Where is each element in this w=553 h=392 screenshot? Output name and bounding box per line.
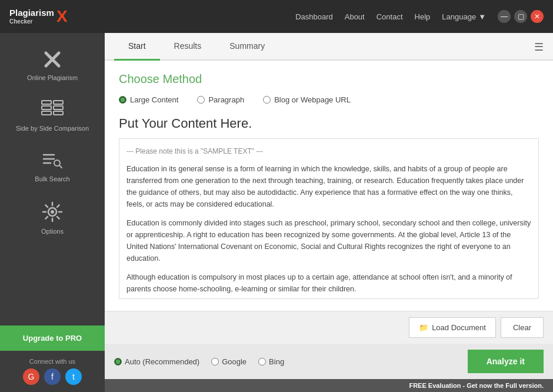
logo-text-1: Plagiarism xyxy=(9,8,54,18)
textarea-title: Put Your Content Here. xyxy=(119,116,539,131)
close-button[interactable]: ✕ xyxy=(531,10,544,23)
sample-note: --- Please note this is a "SAMPLE TEXT" … xyxy=(126,146,531,157)
content-area: Start Results Summary ☰ Choose Method La… xyxy=(105,33,553,392)
maximize-button[interactable]: ▢ xyxy=(514,10,527,23)
svg-rect-5 xyxy=(42,111,51,115)
connect-section: Connect with us G f t xyxy=(0,351,105,392)
tab-results[interactable]: Results xyxy=(160,33,216,61)
logo: Plagiarism Checker X xyxy=(9,8,68,25)
nav-bar: Dashboard About Contact Help Language ▼ … xyxy=(295,10,544,23)
search-auto[interactable]: Auto (Recommended) xyxy=(114,357,199,366)
load-document-button[interactable]: 📁 Load Document xyxy=(409,317,496,338)
paragraph-2: Education is commonly divided into stage… xyxy=(126,217,531,264)
svg-point-15 xyxy=(51,210,54,214)
svg-rect-4 xyxy=(42,106,51,109)
minimize-button[interactable]: — xyxy=(498,10,511,23)
paragraph-1: Education in its general sense is a form… xyxy=(126,163,531,210)
nav-about[interactable]: About xyxy=(345,12,365,21)
logo-x: X xyxy=(56,8,68,25)
svg-line-21 xyxy=(57,217,59,219)
tab-summary[interactable]: Summary xyxy=(215,33,279,61)
method-large-content[interactable]: Large Content xyxy=(119,95,178,104)
main-layout: Online Plagiarism Side by Side Compariso… xyxy=(0,33,553,392)
tab-start[interactable]: Start xyxy=(114,33,160,61)
title-bar: Plagiarism Checker X Dashboard About Con… xyxy=(0,0,553,33)
search-engine-radio-group: Auto (Recommended) Google Bing xyxy=(114,357,284,366)
nav-contact[interactable]: Contact xyxy=(377,12,403,21)
folder-icon: 📁 xyxy=(419,323,428,332)
paragraph-3: Although education is compulsory in most… xyxy=(126,271,531,295)
sidebar-item-label-options: Options xyxy=(41,228,64,235)
method-paragraph[interactable]: Paragraph xyxy=(197,95,244,104)
side-by-side-icon xyxy=(41,100,64,121)
sidebar-item-online-plagiarism[interactable]: Online Plagiarism xyxy=(0,39,105,91)
sidebar-item-label-side: Side by Side Comparison xyxy=(16,124,89,132)
analyze-button[interactable]: Analyze it xyxy=(468,350,544,373)
svg-line-23 xyxy=(45,217,48,219)
svg-line-22 xyxy=(57,205,59,208)
twitter-icon[interactable]: t xyxy=(65,368,82,385)
svg-rect-7 xyxy=(54,106,63,109)
google-icon[interactable]: G xyxy=(23,368,39,385)
content-inner: Choose Method Large Content Paragraph Bl… xyxy=(105,61,553,311)
search-engine-row: Auto (Recommended) Google Bing Analyze i… xyxy=(105,344,553,379)
social-icons: G f t xyxy=(5,368,100,385)
svg-line-20 xyxy=(45,205,48,208)
bulk-search-icon xyxy=(41,151,64,172)
clear-button[interactable]: Clear xyxy=(501,317,544,338)
free-eval-bar: FREE Evaluation - Get now the Full versi… xyxy=(105,379,553,392)
upgrade-button[interactable]: Upgrade to PRO xyxy=(0,325,105,351)
tab-bar: Start Results Summary ☰ xyxy=(105,33,553,61)
method-radio-group: Large Content Paragraph Blog or Webpage … xyxy=(119,95,539,104)
choose-method-title: Choose Method xyxy=(119,72,539,86)
sidebar-item-options[interactable]: Options xyxy=(0,192,105,244)
window-controls: — ▢ ✕ xyxy=(498,10,544,23)
search-bing[interactable]: Bing xyxy=(258,357,284,366)
nav-dashboard[interactable]: Dashboard xyxy=(295,12,333,21)
search-google[interactable]: Google xyxy=(211,357,246,366)
method-blog-url[interactable]: Blog or Webpage URL xyxy=(263,95,351,104)
logo-area: Plagiarism Checker X xyxy=(9,8,68,25)
language-button[interactable]: Language ▼ xyxy=(442,12,486,21)
connect-label: Connect with us xyxy=(29,358,75,365)
sidebar: Online Plagiarism Side by Side Compariso… xyxy=(0,33,105,392)
svg-rect-8 xyxy=(54,111,63,115)
sidebar-item-bulk-search[interactable]: Bulk Search xyxy=(0,142,105,192)
options-icon xyxy=(42,201,63,224)
text-content-area[interactable]: --- Please note this is a "SAMPLE TEXT" … xyxy=(119,138,539,299)
sidebar-item-label-bulk: Bulk Search xyxy=(35,175,69,182)
sidebar-item-side-by-side[interactable]: Side by Side Comparison xyxy=(0,91,105,142)
bottom-toolbar: 📁 Load Document Clear xyxy=(105,311,553,344)
hamburger-menu[interactable]: ☰ xyxy=(534,35,544,59)
svg-rect-6 xyxy=(54,101,63,104)
sidebar-item-label-online: Online Plagiarism xyxy=(27,74,78,81)
facebook-icon[interactable]: f xyxy=(44,368,61,385)
svg-line-13 xyxy=(59,165,62,168)
svg-rect-3 xyxy=(42,101,51,104)
logo-text-2: Checker xyxy=(9,18,54,25)
nav-help[interactable]: Help xyxy=(415,12,431,21)
online-plagiarism-icon xyxy=(41,48,64,71)
